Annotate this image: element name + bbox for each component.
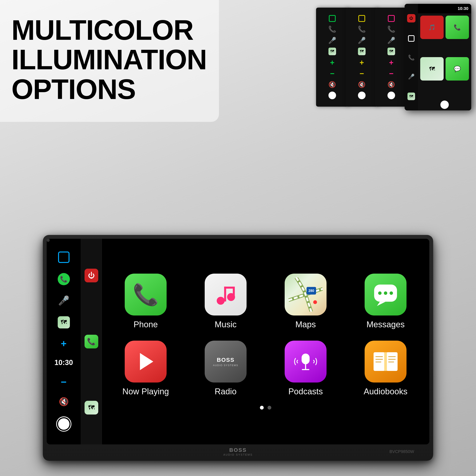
app-messages[interactable]: Messages [353,274,418,329]
strip-icon-netease[interactable]: ⏻ [85,269,98,282]
boss-sub: AUDIO SYSTEMS [223,453,253,456]
app-radio-label: Radio [215,387,237,396]
panel3-icon-square [388,15,395,22]
svg-rect-3 [224,287,233,289]
headline-line1: MULTICOLOR [11,15,130,45]
panel3-icon-mute: 🔇 [388,81,395,88]
power-led [47,239,50,242]
pagination [260,406,271,409]
device-sidebar: 📞 🎤 🗺 + 10:30 − 🔇 [47,239,81,444]
svg-text:280: 280 [308,289,314,293]
p4-sidebar-icon-red: ⏻ [407,14,415,22]
boss-logo-bottom: BOSS AUDIO SYSTEMS [223,447,253,456]
svg-marker-14 [140,353,153,370]
panel3-icon-home [388,92,395,99]
panel1-icon-mute: 🔇 [328,81,336,88]
stacked-screens: 📞 🎤 🗺 + − 🔇 📞 🎤 🗺 + − 🔇 📞 🎤 🗺 + − [314,0,476,110]
sidebar-home-button[interactable] [56,416,71,432]
boss-logo-icon: BOSS [217,357,234,363]
app-nowplaying-label: Now Playing [122,387,169,396]
svg-rect-22 [375,359,383,360]
nowplaying-svg [136,351,155,372]
pagination-dot-1[interactable] [260,406,264,409]
p4-app-netease[interactable]: 🎵 [420,16,444,39]
panel2-icon-home [358,92,366,99]
headline: MULTICOLOR ILLUMINATION OPTIONS [11,15,130,104]
maps-svg: 280 [289,277,323,312]
panel2-icon-phone: 📞 [358,25,366,33]
app-podcasts[interactable]: Podcasts [273,341,338,396]
svg-rect-17 [302,369,309,370]
panel2-icon-mic: 🎤 [358,36,366,44]
app-nowplaying[interactable]: Now Playing [113,341,178,396]
app-audiobooks-label: Audiobooks [364,387,408,396]
podcasts-svg [292,348,319,375]
strip-icon-phone[interactable]: 📞 [85,335,98,348]
panel3-icon-plus: + [389,59,393,66]
p4-sidebar-icon-maps: 🗺 [408,93,415,100]
app-music-label: Music [215,320,237,329]
p4-sidebar-icon-square [408,35,414,42]
boss-sub-icon: AUDIO SYSTEMS [213,364,238,367]
sidebar-mic-icon[interactable]: 🎤 [58,295,69,306]
panel1-icon-mic: 🎤 [328,36,336,44]
messages-svg [371,280,400,309]
p4-app-messages[interactable]: 💬 [445,57,469,81]
main-device: 📞 🎤 🗺 + 10:30 − 🔇 [43,235,433,461]
panel1-icon-plus: + [330,59,334,66]
sidebar-mute-icon[interactable]: 🔇 [59,397,69,406]
svg-point-8 [313,300,317,304]
panel1-icon-phone: 📞 [328,25,336,33]
audiobooks-svg [372,349,399,374]
svg-marker-10 [377,302,386,306]
panel3-icon-maps: 🗺 [388,48,395,55]
panel1-icon-minus: − [330,70,334,77]
svg-point-11 [378,291,382,295]
svg-rect-21 [375,356,383,357]
panel1-icon-maps: 🗺 [328,48,336,55]
panel1-icon-square [329,15,336,22]
svg-rect-15 [302,354,310,364]
p4-sidebar-icon-phone: 📞 [408,54,415,61]
sidebar-carplay-icon[interactable] [58,252,69,263]
sidebar-maps-icon[interactable]: 🗺 [58,316,70,328]
svg-rect-2 [224,287,226,301]
app-messages-label: Messages [367,320,405,329]
p4-sidebar-icon-mic: 🎤 [408,73,415,80]
strip-icon-maps[interactable]: 🗺 [85,401,98,414]
app-phone[interactable]: 📞 Phone [113,274,178,329]
panel3-icon-phone: 📞 [387,25,395,33]
panel2-icon-mute: 🔇 [358,81,366,88]
app-maps-label: Maps [295,320,316,329]
svg-rect-26 [388,362,394,362]
svg-point-13 [390,291,393,295]
app-maps[interactable]: 280 Maps [273,274,338,329]
p4-app-maps[interactable]: 🗺 [420,57,444,81]
p4-app-phone[interactable]: 📞 [445,16,469,39]
panel2-icon-minus: − [359,70,364,77]
panel3-icon-mic: 🎤 [387,36,395,44]
headline-line3: OPTIONS [11,74,130,104]
app-radio[interactable]: BOSS AUDIO SYSTEMS Radio [193,341,258,396]
pagination-dot-2[interactable] [268,406,271,409]
app-grid: 📞 Phone [113,274,418,396]
main-screen: 📞 Phone [102,239,429,444]
app-audiobooks[interactable]: Audiobooks [353,341,418,396]
svg-rect-25 [388,359,396,360]
headline-line2: ILLUMINATION [11,45,130,74]
svg-rect-4 [233,287,235,298]
panel3-icon-minus: − [389,70,393,77]
panel2-icon-maps: 🗺 [358,48,366,55]
sidebar-plus-icon[interactable]: + [61,339,67,348]
svg-rect-24 [388,356,396,357]
svg-rect-20 [384,352,387,371]
svg-rect-16 [305,364,306,370]
sidebar-minus-icon[interactable]: − [61,377,67,387]
panel2-icon-square [358,15,365,22]
icon-strip: ⏻ 📞 🗺 [81,239,102,444]
app-music[interactable]: Music [193,274,258,329]
p4-home-btn[interactable] [440,101,449,109]
app-phone-label: Phone [134,320,158,329]
sidebar-phone-icon[interactable]: 📞 [58,273,70,285]
music-note-svg [213,282,238,307]
